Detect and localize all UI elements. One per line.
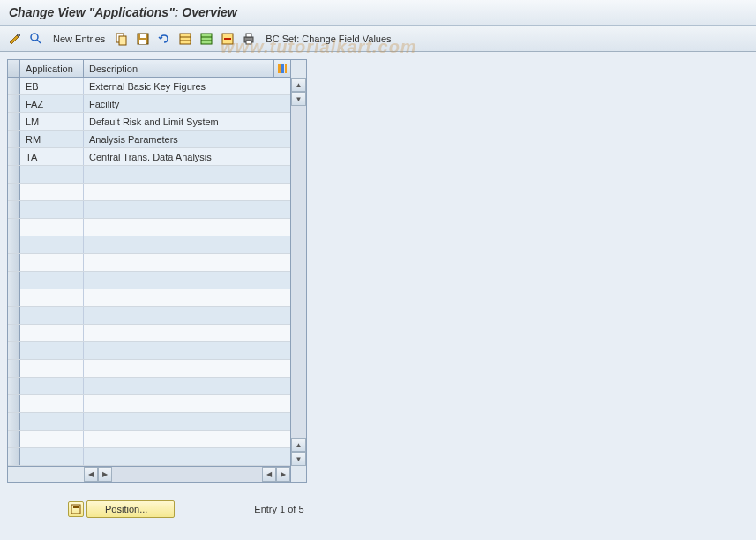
cell-description[interactable]: [84, 254, 290, 271]
row-selector[interactable]: [8, 307, 20, 324]
cell-application[interactable]: [20, 166, 84, 183]
toggle-display-icon[interactable]: [7, 31, 23, 47]
cell-application[interactable]: [20, 272, 84, 289]
row-selector[interactable]: [8, 272, 20, 289]
hscroll-track[interactable]: [112, 467, 262, 482]
row-selector[interactable]: [8, 325, 20, 341]
cell-application[interactable]: [20, 184, 84, 200]
vscroll-down-button-2[interactable]: ▼: [291, 452, 306, 466]
new-entries-button[interactable]: New Entries: [49, 32, 109, 46]
cell-description[interactable]: [84, 166, 290, 183]
cell-application[interactable]: [20, 307, 84, 324]
cell-description[interactable]: Facility: [84, 95, 290, 112]
position-button[interactable]: Position...: [86, 500, 175, 518]
cell-description[interactable]: [84, 272, 290, 289]
row-selector[interactable]: [8, 219, 20, 236]
cell-application[interactable]: LM: [20, 113, 84, 130]
cell-description[interactable]: [84, 307, 290, 324]
row-selector[interactable]: [8, 166, 20, 183]
row-selector[interactable]: [8, 254, 20, 271]
row-selector[interactable]: [8, 148, 20, 165]
hscroll-left-button[interactable]: ◀: [84, 467, 98, 482]
find-icon[interactable]: [28, 31, 44, 47]
row-selector[interactable]: [8, 201, 20, 218]
row-selector[interactable]: [8, 236, 20, 253]
svg-rect-20: [285, 64, 287, 73]
hscroll-right-button[interactable]: ◀: [262, 467, 276, 482]
svg-rect-3: [119, 36, 126, 45]
row-selector[interactable]: [8, 184, 20, 200]
cell-application[interactable]: EB: [20, 78, 84, 94]
cell-application[interactable]: [20, 289, 84, 306]
cell-application[interactable]: [20, 254, 84, 271]
copy-icon[interactable]: [114, 31, 130, 47]
row-selector[interactable]: [8, 78, 20, 94]
table-config-icon[interactable]: [274, 60, 290, 77]
delete-icon[interactable]: [220, 31, 236, 47]
svg-point-0: [31, 34, 38, 41]
hscroll-left-button-2[interactable]: ▶: [98, 467, 112, 482]
position-icon: [68, 501, 84, 517]
row-selector[interactable]: [8, 448, 20, 465]
row-selector[interactable]: [8, 413, 20, 430]
cell-description[interactable]: [84, 395, 290, 412]
entry-status: Entry 1 of 5: [254, 504, 303, 514]
cell-description[interactable]: [84, 325, 290, 341]
cell-description[interactable]: [84, 431, 290, 447]
cell-description[interactable]: [84, 219, 290, 236]
cell-application[interactable]: [20, 342, 84, 359]
row-selector[interactable]: [8, 113, 20, 130]
save-icon[interactable]: [135, 31, 151, 47]
row-selector[interactable]: [8, 95, 20, 112]
row-selector[interactable]: [8, 342, 20, 359]
cell-application[interactable]: [20, 431, 84, 447]
cell-description[interactable]: Central Trans. Data Analysis: [84, 148, 290, 165]
row-selector[interactable]: [8, 131, 20, 147]
column-header-description[interactable]: Description: [84, 60, 274, 77]
cell-description[interactable]: External Basic Key Figures: [84, 78, 290, 94]
cell-application[interactable]: [20, 325, 84, 341]
cell-application[interactable]: [20, 219, 84, 236]
cell-application[interactable]: RM: [20, 131, 84, 147]
cell-description[interactable]: [84, 289, 290, 306]
deselect-all-icon[interactable]: [198, 31, 214, 47]
table-row-empty: [8, 413, 290, 431]
vscroll-track[interactable]: [291, 106, 306, 438]
cell-description[interactable]: Analysis Parameters: [84, 131, 290, 147]
row-selector[interactable]: [8, 360, 20, 377]
cell-application[interactable]: [20, 448, 84, 465]
column-header-application[interactable]: Application: [20, 60, 84, 77]
cell-application[interactable]: TA: [20, 148, 84, 165]
cell-application[interactable]: FAZ: [20, 95, 84, 112]
row-selector[interactable]: [8, 395, 20, 412]
cell-application[interactable]: [20, 395, 84, 412]
table-row-empty: [8, 307, 290, 325]
cell-description[interactable]: [84, 448, 290, 465]
cell-application[interactable]: [20, 201, 84, 218]
print-icon[interactable]: [241, 31, 257, 47]
cell-description[interactable]: [84, 236, 290, 253]
row-selector[interactable]: [8, 431, 20, 447]
row-selector[interactable]: [8, 378, 20, 394]
row-selector-header[interactable]: [8, 60, 20, 77]
cell-application[interactable]: [20, 413, 84, 430]
cell-application[interactable]: [20, 378, 84, 394]
cell-description[interactable]: [84, 378, 290, 394]
vscroll-up-button-2[interactable]: ▲: [291, 438, 306, 452]
cell-description[interactable]: [84, 201, 290, 218]
vscroll-down-button[interactable]: ▼: [291, 92, 306, 106]
cell-application[interactable]: [20, 236, 84, 253]
cell-description[interactable]: [84, 342, 290, 359]
row-selector[interactable]: [8, 289, 20, 306]
bc-set-button[interactable]: BC Set: Change Field Values: [262, 32, 394, 46]
cell-application[interactable]: [20, 360, 84, 377]
select-all-icon[interactable]: [177, 31, 193, 47]
cell-description[interactable]: [84, 360, 290, 377]
cell-description[interactable]: Default Risk and Limit System: [84, 113, 290, 130]
cell-description[interactable]: [84, 184, 290, 200]
undo-icon[interactable]: [156, 31, 172, 47]
table-row: FAZFacility: [8, 95, 290, 113]
vscroll-up-button[interactable]: ▲: [291, 78, 306, 92]
cell-description[interactable]: [84, 413, 290, 430]
hscroll-right-button-2[interactable]: ▶: [276, 467, 290, 482]
